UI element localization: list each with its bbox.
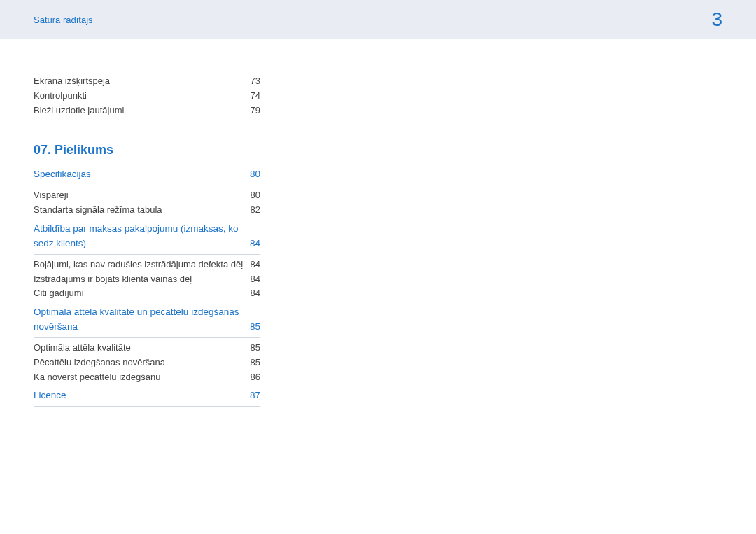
toc-section: Licence 87 (34, 388, 260, 407)
toc-entry[interactable]: Standarta signāla režīma tabula 82 (34, 203, 260, 218)
toc-entry[interactable]: Kontrolpunkti 74 (34, 89, 260, 104)
toc-entry-page: 85 (251, 341, 260, 356)
toc-entry-label: Standarta signāla režīma tabula (34, 203, 162, 218)
toc-entry-label: Kontrolpunkti (34, 89, 87, 104)
toc-entry-label: Izstrādājums ir bojāts klienta vainas dē… (34, 272, 192, 287)
toc-section-page: 85 (250, 320, 260, 335)
toc-entry-page: 84 (251, 286, 260, 301)
toc-section: Atbildība par maksas pakalpojumu (izmaks… (34, 222, 260, 301)
toc-entry[interactable]: Citi gadījumi 84 (34, 286, 260, 301)
toc-entry-label: Vispārēji (34, 188, 69, 203)
toc-section-page: 80 (250, 167, 260, 182)
toc-entry-page: 73 (251, 74, 260, 89)
toc-section-title: Licence (34, 388, 250, 403)
toc-section-header[interactable]: Licence 87 (34, 388, 260, 407)
toc-section-header[interactable]: Specifikācijas 80 (34, 167, 260, 185)
toc-entry[interactable]: Bojājumi, kas nav radušies izstrādājuma … (34, 258, 260, 272)
toc-entry-label: Kā novērst pēcattēlu izdegšanu (34, 370, 160, 385)
toc-entry-page: 79 (251, 104, 260, 118)
toc-entry[interactable]: Vispārēji 80 (34, 188, 260, 203)
toc-entry-page: 84 (251, 272, 260, 287)
toc-section: Specifikācijas 80 Vispārēji 80 Standarta… (34, 167, 260, 218)
toc-entry-page: 86 (251, 370, 260, 385)
toc-entry[interactable]: Optimāla attēla kvalitāte 85 (34, 341, 260, 356)
header-bar: Saturā rādītājs 3 (0, 0, 756, 39)
toc-entry-label: Optimāla attēla kvalitāte (34, 341, 131, 356)
toc-link[interactable]: Saturā rādītājs (34, 15, 93, 25)
toc-entry[interactable]: Pēcattēlu izdegšanas novēršana 85 (34, 356, 260, 370)
toc-entry-label: Citi gadījumi (34, 286, 84, 301)
toc-entry[interactable]: Bieži uzdotie jautājumi 79 (34, 104, 260, 118)
toc-entry-label: Ekrāna izšķirtspēja (34, 74, 110, 89)
toc-section-header[interactable]: Optimāla attēla kvalitāte un pēcattēlu i… (34, 305, 260, 338)
toc-section-title: Atbildība par maksas pakalpojumu (izmaks… (34, 222, 250, 251)
toc-entry[interactable]: Izstrādājums ir bojāts klienta vainas dē… (34, 272, 260, 287)
toc-content: Ekrāna izšķirtspēja 73 Kontrolpunkti 74 … (0, 39, 294, 407)
toc-entry-label: Bojājumi, kas nav radušies izstrādājuma … (34, 258, 243, 272)
toc-entry-page: 80 (251, 188, 260, 203)
toc-section-page: 87 (250, 388, 260, 403)
toc-entry-page: 85 (251, 356, 260, 370)
toc-section-title: Optimāla attēla kvalitāte un pēcattēlu i… (34, 305, 250, 335)
toc-entry[interactable]: Kā novērst pēcattēlu izdegšanu 86 (34, 370, 260, 385)
toc-section-title: Specifikācijas (34, 167, 250, 182)
chapter-number: 07. (34, 143, 51, 157)
toc-section: Optimāla attēla kvalitāte un pēcattēlu i… (34, 305, 260, 384)
pre-entries: Ekrāna izšķirtspēja 73 Kontrolpunkti 74 … (34, 74, 260, 118)
chapter-heading: 07. Pielikums (34, 143, 260, 157)
toc-entry[interactable]: Ekrāna izšķirtspēja 73 (34, 74, 260, 89)
page-number: 3 (711, 8, 722, 31)
toc-section-page: 84 (250, 237, 260, 251)
toc-entry-page: 74 (251, 89, 260, 104)
toc-entry-label: Pēcattēlu izdegšanas novēršana (34, 356, 165, 370)
toc-entry-page: 82 (251, 203, 260, 218)
chapter-title: Pielikums (55, 143, 113, 157)
toc-section-header[interactable]: Atbildība par maksas pakalpojumu (izmaks… (34, 222, 260, 255)
toc-entry-label: Bieži uzdotie jautājumi (34, 104, 124, 118)
toc-entry-page: 84 (251, 258, 260, 272)
